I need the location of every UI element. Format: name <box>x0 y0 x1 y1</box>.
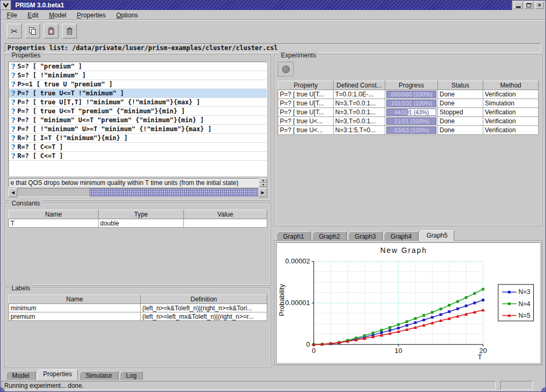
tab-graph5[interactable]: Graph5 <box>420 230 454 241</box>
experiment-method-cell: Simulation <box>483 99 539 108</box>
minimize-button[interactable] <box>514 2 523 9</box>
experiment-constants-cell: T=0.0:1.0E-... <box>334 90 385 99</box>
property-list-item[interactable]: ?S=? [ !"minimum" ] <box>9 71 267 80</box>
menu-edit[interactable]: Edit <box>24 11 42 19</box>
menu-model[interactable]: Model <box>46 11 70 19</box>
spinner-down-button[interactable]: ▼ <box>259 183 267 188</box>
tab-model[interactable]: Model <box>6 371 36 380</box>
column-header[interactable]: Type <box>99 210 184 219</box>
progress-text-fill: 21/21 (100%) <box>387 118 436 124</box>
delete-button[interactable] <box>62 24 77 38</box>
table-row[interactable]: minimum(left_n>=k&Toleft_n)|(right_n>=k&… <box>9 304 267 312</box>
property-list-item[interactable]: ?P>=1 [ true U "premium" ] <box>9 80 267 89</box>
column-header[interactable]: Name <box>9 210 99 219</box>
maximize-button[interactable] <box>524 2 533 9</box>
property-text: P=? [ true U<=T "premium" {"minimum"}{mi… <box>17 107 185 115</box>
experiment-row[interactable]: P=? [ true U[T...T=0.0:1.0E-...660/660 (… <box>278 90 539 99</box>
question-icon: ? <box>9 81 17 89</box>
tab-graph1[interactable]: Graph1 <box>276 231 311 241</box>
scrollbar-track[interactable] <box>17 188 258 197</box>
experiment-status-cell: Done <box>438 99 483 108</box>
menu-bar: FileEditModelPropertiesOptions <box>1 10 545 20</box>
scroll-left-button[interactable]: ◀ <box>8 188 17 197</box>
marker-N=4 <box>397 323 399 326</box>
table-cell: T <box>9 219 99 228</box>
tab-graph2[interactable]: Graph2 <box>312 231 347 241</box>
column-header[interactable]: Name <box>9 295 141 304</box>
experiment-row[interactable]: P=? [ true U<...N=3,T=0.0:1...21/21 (100… <box>278 117 539 126</box>
property-list-item[interactable]: ?R=? [ C<=T ] <box>9 152 267 161</box>
copy-icon <box>28 27 37 35</box>
table-row[interactable]: Tdouble <box>9 219 267 228</box>
progress-text-fill: 101/101 (100%) <box>387 100 436 106</box>
property-list-item[interactable]: ?P=? [ "minimum" U<=T "premium" {"minimu… <box>9 116 267 125</box>
menu-properties[interactable]: Properties <box>74 11 109 19</box>
property-list-item[interactable]: ?P=? [ true U[T,T] !"minimum" {!"minimum… <box>9 98 267 107</box>
column-header[interactable]: Property <box>278 81 334 90</box>
paste-button[interactable] <box>44 24 58 38</box>
copy-button[interactable] <box>25 24 40 38</box>
tab-graph4[interactable]: Graph4 <box>384 231 418 241</box>
tab-log[interactable]: Log <box>120 371 143 380</box>
cut-button[interactable]: ✂ <box>7 24 22 38</box>
scrollbar-thumb[interactable] <box>90 189 258 197</box>
table-cell: double <box>99 219 184 228</box>
progress-fill: 21/21 (100%) <box>387 118 436 124</box>
legend-label-N=5: N=5 <box>519 312 531 319</box>
x-tick-label: 0 <box>312 347 316 355</box>
property-list-item[interactable]: ?R=? [ C<=T ] <box>9 143 267 152</box>
spinner-up-button[interactable]: ▲ <box>259 178 267 183</box>
experiment-property-cell: P=? [ true U<... <box>278 117 334 126</box>
progress-fill: 660/660 (100%) <box>387 91 436 97</box>
property-list-item[interactable]: ?P=? [ true U<=T !"minimum" ] <box>9 89 267 98</box>
column-header[interactable]: Method <box>483 81 539 90</box>
status-message: Running experiment... done. <box>2 381 496 390</box>
window-menu-button[interactable] <box>1 1 11 10</box>
chart-svg: 0102000.000010.00002New GraphTProbabilit… <box>277 243 540 362</box>
experiment-progress-cell: 660/660 (100%)660/660 (100%) <box>385 90 438 99</box>
menu-options[interactable]: Options <box>113 11 141 19</box>
x-axis-label: T <box>478 353 482 361</box>
property-text: R=? [ C<=T ] <box>17 143 63 151</box>
marker-N=4 <box>423 314 425 317</box>
marker-N=3 <box>405 324 408 327</box>
experiment-status-cell: Stopped <box>438 108 483 117</box>
stop-experiment-button[interactable] <box>278 62 294 76</box>
experiment-row[interactable]: P=? [ true U<...N=3:1:5,T=0...63/63 (100… <box>278 126 539 135</box>
experiments-header-row: PropertyDefined Const...ProgressStatusMe… <box>278 81 539 90</box>
property-text: P=? [ !"minimum" U>=T "minimum" {!"minim… <box>17 125 211 133</box>
column-header[interactable]: Defined Const... <box>334 81 385 90</box>
marker-N=3 <box>397 327 399 329</box>
property-list-item[interactable]: ?P=? [ !"minimum" U>=T "minimum" {!"mini… <box>9 125 267 134</box>
table-row[interactable]: premium(left_n>=left_mx&Toleft_n)|(right… <box>9 312 267 321</box>
title-bar: PRISM 3.0.beta1 ✕ <box>1 1 545 10</box>
trash-icon <box>65 27 74 35</box>
property-list-item[interactable]: ?R=? [ I=T {!"minimum"}{min} ] <box>9 134 267 143</box>
experiment-row[interactable]: P=? [ true U[T...N=3,T=0.0:1...44/101 (4… <box>278 108 539 117</box>
column-header[interactable]: Status <box>438 81 483 90</box>
marker-N=4 <box>372 331 374 334</box>
close-button[interactable]: ✕ <box>535 2 544 9</box>
tab-properties[interactable]: Properties <box>37 369 79 380</box>
scissors-icon: ✂ <box>11 26 17 36</box>
labels-table: NameDefinition minimum(left_n>=k&Toleft_… <box>8 295 267 321</box>
marker-N=3 <box>440 313 442 316</box>
column-header[interactable]: Definition <box>141 295 267 304</box>
scroll-right-button[interactable]: ▶ <box>258 188 267 197</box>
window-icon <box>3 3 9 8</box>
experiments-group: Experiments PropertyDefined Const...Prog… <box>274 55 542 226</box>
progress-fill: 63/63 (100%) <box>387 127 436 133</box>
column-header[interactable]: Progress <box>385 81 438 90</box>
tab-simulator[interactable]: Simulator <box>79 371 119 380</box>
tab-graph3[interactable]: Graph3 <box>348 231 383 241</box>
property-list-item[interactable]: ?S=? [ "premium" ] <box>9 62 267 71</box>
property-list-item[interactable]: ?P=? [ true U<=T "premium" {"minimum"}{m… <box>9 107 267 116</box>
marker-N=4 <box>448 304 451 307</box>
marker-N=4 <box>482 288 484 290</box>
marker-N=3 <box>414 321 417 324</box>
experiment-row[interactable]: P=? [ true U[T...N=3,T=0.0:1...101/101 (… <box>278 99 539 108</box>
menu-file[interactable]: File <box>4 11 20 19</box>
column-header[interactable]: Value <box>184 210 267 219</box>
graph-tabstrip: Graph1Graph2Graph3Graph4Graph5 <box>274 230 542 241</box>
y-tick-label: 0.00002 <box>285 257 310 265</box>
